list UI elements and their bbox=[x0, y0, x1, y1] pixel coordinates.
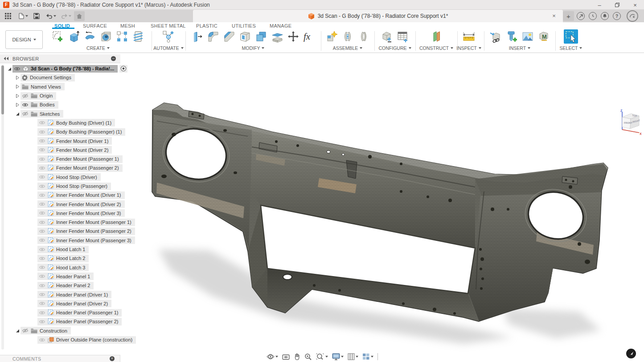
browser-item[interactable]: Hood Stop (Passenger) bbox=[5, 182, 120, 191]
visibility-eye-icon[interactable] bbox=[39, 319, 45, 324]
expand-toggle[interactable] bbox=[14, 75, 21, 80]
job-status-icon[interactable] bbox=[589, 12, 597, 20]
group-label-inspect[interactable]: INSPECT bbox=[455, 45, 482, 51]
visibility-eye-icon[interactable] bbox=[39, 338, 45, 342]
visibility-eye-icon[interactable] bbox=[22, 102, 29, 107]
browser-item[interactable]: Header Panel (Driver 2) bbox=[5, 299, 120, 308]
construction-plane-button[interactable] bbox=[429, 29, 443, 44]
group-label-configure[interactable]: CONFIGURE bbox=[376, 45, 414, 51]
redo-button[interactable] bbox=[59, 11, 73, 21]
visibility-eye-icon[interactable] bbox=[39, 147, 45, 152]
browser-item[interactable]: Header Panel 1 bbox=[5, 272, 120, 281]
group-label-insert[interactable]: INSERT bbox=[486, 45, 554, 51]
restore-button[interactable] bbox=[608, 0, 626, 10]
browser-item[interactable]: Hood Stop (Driver) bbox=[5, 173, 120, 182]
visibility-eye-icon[interactable] bbox=[39, 130, 45, 134]
apps-grid-button[interactable] bbox=[3, 11, 13, 21]
visibility-eye-icon[interactable] bbox=[39, 256, 45, 261]
file-menu-button[interactable] bbox=[16, 11, 30, 21]
insert-mcmaster-button[interactable]: M bbox=[537, 29, 551, 44]
document-tab[interactable]: 3d Scan - G Body ('78-'88) - Radiator Co… bbox=[193, 10, 563, 22]
activate-component-radio[interactable] bbox=[119, 65, 127, 73]
browser-item[interactable]: 3d Scan - G Body ('78-'88) - Radia!... bbox=[5, 64, 120, 73]
browser-item[interactable]: Fender Mount (Passenger 1) bbox=[5, 155, 120, 163]
display-settings-button[interactable] bbox=[332, 353, 344, 360]
view-cube[interactable]: Z X FRONT RIGHT TOP bbox=[615, 108, 643, 138]
expand-toggle[interactable] bbox=[14, 94, 21, 98]
extrude-button[interactable] bbox=[67, 29, 81, 44]
browser-item[interactable]: Hood Latch 3 bbox=[5, 263, 120, 272]
tab-utilities[interactable]: UTILITIES bbox=[232, 23, 256, 28]
workspace-switcher[interactable]: DESIGN bbox=[5, 30, 43, 49]
joint-button[interactable] bbox=[340, 29, 355, 44]
tab-manage[interactable]: MANAGE bbox=[270, 23, 291, 28]
browser-item[interactable]: Header Panel 2 bbox=[5, 281, 120, 290]
shell-button[interactable] bbox=[238, 29, 252, 44]
tab-surface[interactable]: SURFACE bbox=[83, 23, 107, 28]
browser-item[interactable]: Inner Fender Mount (Passenger 2) bbox=[5, 227, 120, 236]
new-tab-button[interactable]: + bbox=[563, 11, 574, 21]
close-button[interactable]: × bbox=[626, 0, 644, 10]
visibility-eye-icon[interactable] bbox=[39, 220, 45, 225]
visibility-eye-icon[interactable] bbox=[39, 274, 45, 279]
browser-item[interactable]: Header Panel (Passenger 1) bbox=[5, 308, 120, 317]
visibility-eye-icon[interactable] bbox=[39, 138, 45, 143]
user-avatar[interactable] bbox=[627, 10, 638, 22]
browser-item[interactable]: Sketches bbox=[5, 109, 120, 118]
visibility-eye-icon[interactable] bbox=[39, 247, 45, 252]
assistant-button[interactable] bbox=[626, 349, 636, 358]
browser-item[interactable]: Hood Latch 2 bbox=[5, 254, 120, 263]
configure-component-button[interactable] bbox=[380, 29, 394, 44]
select-button[interactable] bbox=[564, 29, 578, 44]
tab-plastic[interactable]: PLASTIC bbox=[196, 23, 217, 28]
browser-item[interactable]: Inner Fender Mount (Driver 2) bbox=[5, 199, 120, 208]
minimize-button[interactable]: – bbox=[591, 0, 608, 10]
group-label-construct[interactable]: CONSTRUCT bbox=[417, 45, 455, 51]
browser-item[interactable]: Inner Fender Mount (Driver 3) bbox=[5, 209, 120, 218]
insert-fastener-button[interactable] bbox=[505, 29, 519, 44]
browser-item[interactable]: Document Settings bbox=[5, 73, 120, 82]
group-label-automate[interactable]: AUTOMATE bbox=[153, 45, 184, 51]
visibility-eye-icon[interactable] bbox=[39, 229, 45, 234]
browser-item[interactable]: Fender Mount (Driver 1) bbox=[5, 136, 120, 145]
group-label-assemble[interactable]: ASSEMBLE bbox=[323, 45, 373, 51]
expand-toggle[interactable] bbox=[14, 328, 21, 333]
change-parameters-button[interactable]: fx bbox=[302, 29, 316, 44]
comments-toggle[interactable]: + bbox=[110, 356, 115, 361]
visibility-eye-icon[interactable] bbox=[22, 328, 29, 333]
visibility-eye-icon[interactable] bbox=[39, 157, 45, 162]
revolve-button[interactable] bbox=[83, 29, 97, 44]
browser-item[interactable]: Fender Mount (Passenger 2) bbox=[5, 163, 120, 172]
notifications-icon[interactable] bbox=[601, 12, 609, 20]
comments-bar[interactable]: COMMENTS + bbox=[0, 355, 120, 362]
visibility-eye-icon[interactable] bbox=[39, 166, 45, 171]
browser-item[interactable]: Hood Latch 1 bbox=[5, 245, 120, 254]
automate-button[interactable] bbox=[161, 29, 176, 44]
browser-item[interactable]: Header Panel (Passenger 2) bbox=[5, 317, 120, 326]
visibility-eye-icon[interactable] bbox=[39, 265, 45, 270]
document-tab-close[interactable]: × bbox=[550, 12, 558, 20]
browser-item[interactable]: Inner Fender Mount (Passenger 1) bbox=[5, 218, 120, 227]
configuration-table-button[interactable] bbox=[396, 29, 410, 44]
save-button[interactable] bbox=[31, 11, 42, 21]
grid-snaps-button[interactable] bbox=[348, 353, 358, 360]
fit-button[interactable] bbox=[316, 353, 328, 361]
browser-item[interactable]: Header Panel (Driver 1) bbox=[5, 290, 120, 299]
visibility-eye-icon[interactable] bbox=[39, 292, 45, 297]
browser-item[interactable]: Body Bushing (Driver) (1) bbox=[5, 118, 120, 127]
collapse-panel-icon[interactable] bbox=[4, 57, 9, 61]
group-label-modify[interactable]: MODIFY bbox=[187, 45, 319, 51]
visibility-eye-icon[interactable] bbox=[39, 310, 45, 315]
look-at-button[interactable] bbox=[282, 354, 290, 360]
new-component-button[interactable] bbox=[324, 29, 339, 44]
orbit-button[interactable] bbox=[267, 353, 278, 361]
visibility-eye-icon[interactable] bbox=[39, 301, 45, 306]
tab-sheet-metal[interactable]: SHEET METAL bbox=[151, 23, 186, 28]
browser-display-toggle[interactable]: – bbox=[111, 56, 116, 61]
chamfer-button[interactable] bbox=[222, 29, 236, 44]
browser-item[interactable]: Driver Outside Plane (construction) bbox=[5, 335, 120, 344]
group-label-create[interactable]: CREATE bbox=[46, 45, 150, 51]
move-copy-button[interactable] bbox=[286, 29, 300, 44]
browser-item[interactable]: Body Bushing (Passenger) (1) bbox=[5, 127, 120, 136]
expand-toggle[interactable] bbox=[14, 102, 21, 107]
